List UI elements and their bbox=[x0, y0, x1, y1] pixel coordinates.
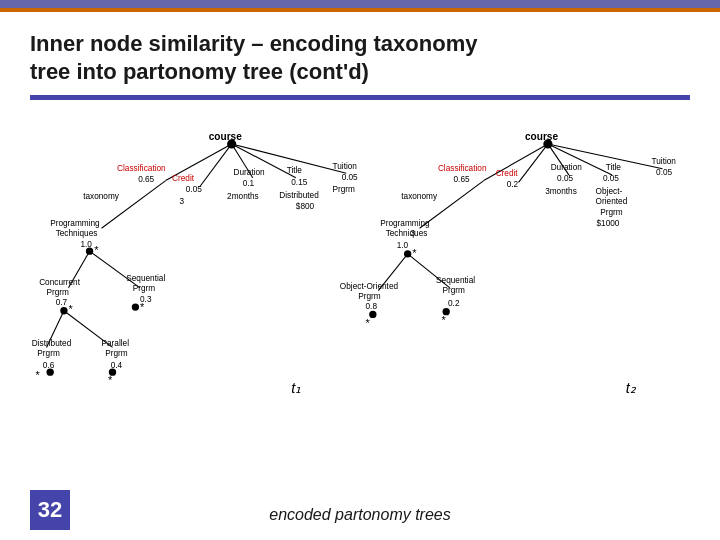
svg-text:Title: Title bbox=[606, 164, 622, 173]
slide-title: Inner node similarity – encoding taxonom… bbox=[30, 30, 690, 85]
svg-text:1.0: 1.0 bbox=[80, 240, 92, 249]
svg-text:course: course bbox=[209, 131, 242, 142]
svg-text:Classification: Classification bbox=[438, 164, 487, 173]
svg-text:Distributed: Distributed bbox=[279, 191, 319, 200]
svg-line-12 bbox=[200, 144, 232, 187]
svg-text:*: * bbox=[366, 317, 371, 329]
svg-text:Credit: Credit bbox=[172, 174, 195, 183]
top-bar bbox=[0, 0, 720, 8]
content: Inner node similarity – encoding taxonom… bbox=[0, 12, 720, 492]
svg-text:Distributed: Distributed bbox=[32, 339, 72, 348]
svg-text:*: * bbox=[412, 247, 417, 259]
svg-text:0.7: 0.7 bbox=[56, 298, 68, 307]
svg-text:0.65: 0.65 bbox=[138, 175, 154, 184]
svg-text:3months: 3months bbox=[545, 187, 577, 196]
svg-text:3: 3 bbox=[410, 230, 415, 239]
svg-text:*: * bbox=[94, 244, 99, 256]
svg-text:Prgrm: Prgrm bbox=[37, 349, 60, 358]
svg-text:Techniques: Techniques bbox=[386, 230, 428, 239]
svg-text:Prgrm: Prgrm bbox=[133, 285, 156, 294]
svg-text:Programming: Programming bbox=[380, 219, 430, 228]
svg-point-10 bbox=[86, 248, 93, 255]
svg-text:$800: $800 bbox=[296, 202, 315, 211]
svg-text:Prgrm: Prgrm bbox=[333, 185, 356, 194]
svg-text:Object-: Object- bbox=[596, 187, 623, 196]
svg-line-6 bbox=[102, 181, 166, 229]
svg-text:Tuition: Tuition bbox=[333, 162, 358, 171]
svg-text:Prgrm: Prgrm bbox=[600, 208, 623, 217]
svg-text:t₂: t₂ bbox=[626, 380, 637, 396]
svg-text:Object-Oriented: Object-Oriented bbox=[340, 282, 399, 291]
svg-text:0.8: 0.8 bbox=[366, 302, 378, 311]
svg-text:3: 3 bbox=[179, 197, 184, 206]
svg-text:*: * bbox=[140, 301, 145, 313]
svg-text:Tuition: Tuition bbox=[652, 157, 677, 166]
slide-number: 32 bbox=[30, 490, 70, 530]
svg-text:0.05: 0.05 bbox=[557, 175, 573, 184]
title-line2: tree into partonomy tree (cont'd) bbox=[30, 59, 369, 84]
svg-text:Duration: Duration bbox=[551, 164, 583, 173]
title-line1: Inner node similarity – encoding taxonom… bbox=[30, 31, 477, 56]
svg-text:Oriented: Oriented bbox=[596, 197, 628, 206]
svg-text:taxonomy: taxonomy bbox=[83, 192, 120, 201]
svg-text:Prgrm: Prgrm bbox=[105, 349, 128, 358]
svg-text:course: course bbox=[525, 131, 558, 142]
svg-text:0.05: 0.05 bbox=[603, 175, 619, 184]
svg-text:0.1: 0.1 bbox=[243, 179, 255, 188]
svg-text:Credit: Credit bbox=[496, 169, 519, 178]
svg-text:Parallel: Parallel bbox=[102, 339, 130, 348]
svg-text:Concurrent: Concurrent bbox=[39, 278, 81, 287]
blue-divider bbox=[30, 95, 690, 100]
svg-text:*: * bbox=[36, 370, 41, 382]
slide: Inner node similarity – encoding taxonom… bbox=[0, 0, 720, 540]
svg-text:1.0: 1.0 bbox=[397, 241, 409, 250]
svg-text:Techniques: Techniques bbox=[56, 230, 98, 239]
svg-text:0.05: 0.05 bbox=[342, 173, 358, 182]
svg-text:0.4: 0.4 bbox=[111, 361, 123, 370]
svg-text:Title: Title bbox=[287, 166, 303, 175]
svg-text:Sequential: Sequential bbox=[436, 276, 475, 285]
svg-text:2months: 2months bbox=[227, 192, 259, 201]
svg-text:$1000: $1000 bbox=[597, 219, 620, 228]
svg-text:Programming: Programming bbox=[50, 219, 100, 228]
trees-svg: course Classification 0.65 taxonomy Prog… bbox=[30, 112, 690, 482]
svg-point-39 bbox=[132, 303, 139, 310]
svg-text:0.2: 0.2 bbox=[448, 299, 460, 308]
svg-text:taxonomy: taxonomy bbox=[401, 192, 438, 201]
svg-text:0.05: 0.05 bbox=[656, 168, 672, 177]
svg-text:*: * bbox=[108, 374, 113, 386]
svg-text:*: * bbox=[442, 315, 447, 327]
svg-text:t₁: t₁ bbox=[291, 380, 301, 396]
svg-text:Prgrm: Prgrm bbox=[443, 286, 466, 295]
bottom-label: encoded partonomy trees bbox=[269, 506, 450, 524]
svg-text:0.05: 0.05 bbox=[186, 185, 202, 194]
svg-text:0.15: 0.15 bbox=[291, 178, 307, 187]
svg-text:Prgrm: Prgrm bbox=[47, 288, 70, 297]
svg-text:0.6: 0.6 bbox=[43, 361, 55, 370]
svg-text:Duration: Duration bbox=[234, 168, 266, 177]
svg-line-67 bbox=[519, 144, 548, 182]
trees-area: course Classification 0.65 taxonomy Prog… bbox=[30, 112, 690, 482]
svg-point-45 bbox=[47, 369, 54, 376]
svg-text:Prgrm: Prgrm bbox=[358, 292, 381, 301]
svg-point-88 bbox=[369, 311, 376, 318]
svg-text:Sequential: Sequential bbox=[126, 274, 165, 283]
svg-text:Classification: Classification bbox=[117, 164, 166, 173]
svg-text:0.65: 0.65 bbox=[454, 175, 470, 184]
svg-text:*: * bbox=[69, 304, 74, 316]
svg-text:0.2: 0.2 bbox=[507, 180, 519, 189]
